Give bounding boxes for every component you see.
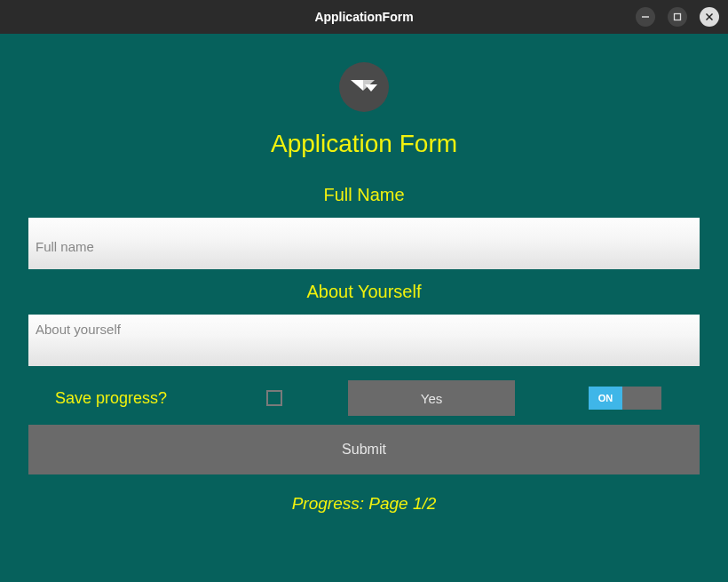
content: Application Form Full Name About Yoursel… xyxy=(9,34,719,514)
about-label: About Yourself xyxy=(9,282,719,302)
svg-rect-1 xyxy=(675,14,681,20)
minimize-icon xyxy=(641,12,650,21)
svg-marker-4 xyxy=(351,80,363,91)
form-title: Application Form xyxy=(9,130,719,158)
window-titlebar: ApplicationForm xyxy=(0,0,728,34)
app-logo xyxy=(339,62,389,112)
svg-marker-6 xyxy=(365,84,377,92)
progress-text: Progress: Page 1/2 xyxy=(9,494,719,514)
yes-button[interactable]: Yes xyxy=(348,380,515,416)
options-row: Save progress? Yes ON xyxy=(28,380,700,416)
minimize-button[interactable] xyxy=(636,7,655,27)
switch-on-label: ON xyxy=(589,387,622,410)
kivy-logo-icon xyxy=(348,74,380,100)
about-input[interactable] xyxy=(28,315,700,366)
maximize-icon xyxy=(673,12,682,21)
window-title: ApplicationForm xyxy=(314,10,413,24)
close-button[interactable] xyxy=(700,7,719,27)
checkbox-wrap xyxy=(250,390,348,406)
fullname-label: Full Name xyxy=(9,185,719,205)
close-icon xyxy=(705,12,714,21)
submit-button[interactable]: Submit xyxy=(28,425,700,474)
save-progress-label: Save progress? xyxy=(28,389,250,408)
toggle-switch[interactable]: ON xyxy=(589,387,661,410)
fullname-input[interactable] xyxy=(28,218,700,269)
app-body: Application Form Full Name About Yoursel… xyxy=(0,34,728,582)
switch-wrap: ON xyxy=(515,387,700,410)
logo-wrap xyxy=(9,62,719,112)
maximize-button[interactable] xyxy=(668,7,687,27)
save-progress-checkbox[interactable] xyxy=(266,390,282,406)
window-controls xyxy=(636,7,719,27)
